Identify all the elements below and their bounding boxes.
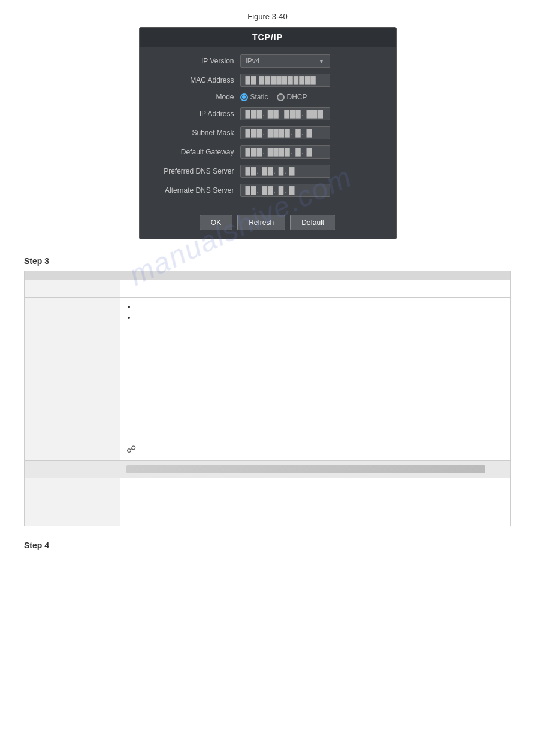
- mode-row: Mode Static DHCP: [150, 93, 385, 101]
- dialog-body: IP Version IPv4 ▼ MAC Address ██ ███████…: [140, 47, 396, 210]
- list-item: [136, 302, 504, 311]
- table-row: [25, 388, 511, 430]
- table-row: [25, 430, 511, 439]
- note-icon: ☍: [126, 444, 504, 455]
- subnet-mask-value[interactable]: ███. ████. █. █: [240, 126, 330, 139]
- refresh-button[interactable]: Refresh: [237, 215, 285, 230]
- dhcp-option[interactable]: DHCP: [277, 93, 307, 101]
- table-cell-value: [120, 388, 511, 430]
- table-cell-bullets: [120, 298, 511, 388]
- table-cell-label: [25, 439, 120, 461]
- mac-address-label: MAC Address: [150, 76, 240, 84]
- info-table: ☍: [24, 271, 511, 526]
- table-row: [25, 478, 511, 526]
- mac-address-row: MAC Address ██ ██████████: [150, 74, 385, 87]
- alternate-dns-text: ██. ██. █. █: [246, 186, 295, 195]
- bullet-list: [126, 302, 504, 321]
- ip-version-text: IPv4: [246, 57, 260, 65]
- table-cell-value: [120, 280, 511, 289]
- dhcp-label: DHCP: [287, 93, 307, 101]
- step4-label: Step 4: [24, 541, 49, 550]
- table-row: [25, 289, 511, 298]
- mac-address-text: ██ ██████████: [246, 76, 316, 84]
- table-cell-label: [25, 461, 120, 478]
- table-header-col1: [25, 271, 120, 280]
- ip-version-row: IP Version IPv4 ▼: [150, 54, 385, 68]
- static-label: Static: [250, 93, 268, 101]
- figure-caption: Figure 3-40: [24, 12, 511, 21]
- table-cell-label: [25, 430, 120, 439]
- preferred-dns-label: Preferred DNS Server: [150, 167, 240, 175]
- static-option[interactable]: Static: [240, 93, 268, 101]
- table-cell-label: [25, 298, 120, 388]
- table-cell-value: [120, 430, 511, 439]
- ok-button[interactable]: OK: [200, 215, 232, 230]
- table-row: [25, 280, 511, 289]
- table-row: [25, 271, 511, 280]
- preferred-dns-value[interactable]: ██. ██. █. █: [240, 165, 330, 178]
- alternate-dns-row: Alternate DNS Server ██. ██. █. █: [150, 184, 385, 197]
- alternate-dns-label: Alternate DNS Server: [150, 186, 240, 195]
- table-cell-shaded: [120, 461, 511, 478]
- default-gateway-value[interactable]: ███. ████. █. █: [240, 145, 330, 159]
- ip-address-text: ███. ██. ███. ███: [246, 110, 324, 118]
- subnet-mask-text: ███. ████. █. █: [246, 129, 313, 137]
- table-cell-value: [120, 289, 511, 298]
- dialog-wrapper: TCP/IP IP Version IPv4 ▼ MAC Address ██ …: [24, 27, 511, 239]
- ip-address-label: IP Address: [150, 110, 240, 118]
- shaded-bar: [126, 465, 485, 473]
- table-row: ☍: [25, 439, 511, 461]
- table-cell-label: [25, 388, 120, 430]
- static-radio-inner: [242, 95, 246, 99]
- bottom-divider: [24, 573, 511, 573]
- preferred-dns-text: ██. ██. █. █: [246, 167, 295, 175]
- table-cell-value: [120, 478, 511, 526]
- table-cell-label: [25, 280, 120, 289]
- alternate-dns-value[interactable]: ██. ██. █. █: [240, 184, 330, 197]
- default-gateway-row: Default Gateway ███. ████. █. █: [150, 145, 385, 159]
- default-gateway-label: Default Gateway: [150, 148, 240, 156]
- tcpip-dialog: TCP/IP IP Version IPv4 ▼ MAC Address ██ …: [139, 27, 397, 239]
- list-item: [136, 313, 504, 321]
- default-button[interactable]: Default: [290, 215, 335, 230]
- mode-label: Mode: [150, 93, 240, 101]
- table-cell-note: ☍: [120, 439, 511, 461]
- mac-address-value: ██ ██████████: [240, 74, 330, 87]
- dialog-title: TCP/IP: [140, 28, 396, 47]
- preferred-dns-row: Preferred DNS Server ██. ██. █. █: [150, 165, 385, 178]
- ip-version-label: IP Version: [150, 57, 240, 65]
- table-row: [25, 298, 511, 388]
- dhcp-radio[interactable]: [277, 93, 285, 101]
- ip-version-value[interactable]: IPv4 ▼: [240, 54, 330, 68]
- table-cell-label: [25, 478, 120, 526]
- subnet-mask-row: Subnet Mask ███. ████. █. █: [150, 126, 385, 139]
- ip-address-value[interactable]: ███. ██. ███. ███: [240, 107, 330, 120]
- table-header-col2: [120, 271, 511, 280]
- mode-options: Static DHCP: [240, 93, 307, 101]
- dialog-footer: OK Refresh Default: [140, 210, 396, 239]
- table-cell-label: [25, 289, 120, 298]
- table-row: [25, 461, 511, 478]
- ip-address-row: IP Address ███. ██. ███. ███: [150, 107, 385, 120]
- subnet-mask-label: Subnet Mask: [150, 129, 240, 137]
- dropdown-arrow-icon: ▼: [319, 58, 325, 65]
- default-gateway-text: ███. ████. █. █: [246, 148, 313, 156]
- static-radio[interactable]: [240, 93, 248, 101]
- step3-label: Step 3: [24, 256, 49, 266]
